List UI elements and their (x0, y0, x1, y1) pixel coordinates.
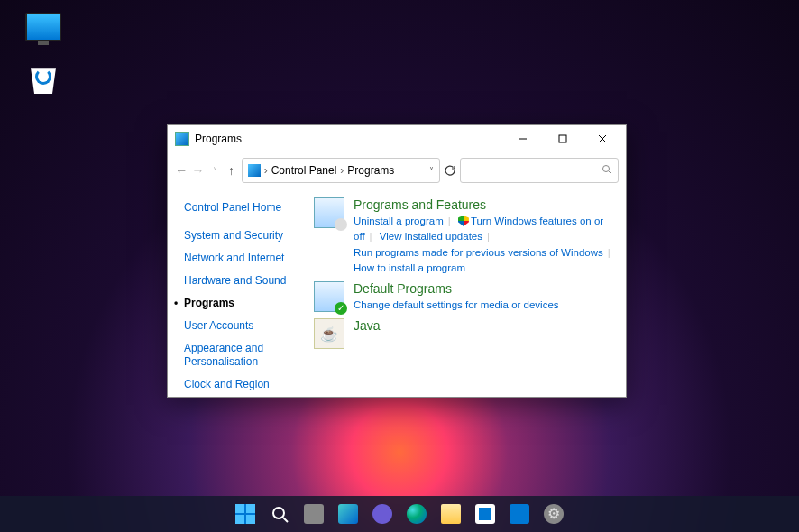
up-button[interactable]: ↑ (225, 158, 237, 183)
chevron-down-icon[interactable]: ˅ (429, 166, 434, 176)
content-area: Programs and Features Uninstall a progra… (303, 188, 626, 397)
java-icon (314, 318, 344, 349)
taskbar-search[interactable] (263, 498, 296, 530)
gear-icon (544, 504, 564, 524)
taskbar-chat[interactable] (366, 498, 399, 530)
section-heading[interactable]: Default Programs (354, 281, 615, 296)
search-input[interactable] (466, 164, 602, 177)
shield-icon (458, 216, 469, 226)
recycle-bin-icon (25, 65, 61, 94)
taskbar-task-view[interactable] (298, 498, 330, 530)
chevron-right-icon: › (340, 164, 344, 177)
maximize-button[interactable] (543, 125, 583, 152)
link-uninstall-program[interactable]: Uninstall a program (354, 216, 444, 226)
desktop-icon-recycle-bin[interactable] (16, 65, 70, 96)
section-default-programs: Default Programs Change default settings… (314, 281, 615, 313)
link-compatibility[interactable]: Run programs made for previous versions … (354, 247, 603, 258)
search-box[interactable] (460, 158, 619, 183)
section-java: Java (314, 318, 615, 349)
taskbar-mail[interactable] (503, 498, 536, 530)
desktop-icon-this-pc[interactable] (16, 13, 70, 43)
edge-icon (407, 504, 427, 524)
sidebar-item-system-security[interactable]: System and Security (184, 229, 303, 243)
section-links: Uninstall a program| Turn Windows featur… (354, 214, 615, 276)
chevron-right-icon: › (264, 164, 268, 177)
section-programs-features: Programs and Features Uninstall a progra… (314, 197, 615, 276)
store-icon (475, 504, 495, 524)
widgets-icon (338, 504, 358, 524)
close-button[interactable] (583, 125, 622, 152)
taskbar-explorer[interactable] (435, 498, 467, 530)
minimize-button[interactable] (503, 125, 543, 152)
section-heading[interactable]: Programs and Features (354, 197, 615, 212)
back-button[interactable]: ← (175, 158, 188, 183)
sidebar-home[interactable]: Control Panel Home (184, 201, 303, 215)
taskbar-start[interactable] (229, 498, 262, 530)
folder-icon (441, 504, 461, 524)
breadcrumb[interactable]: Control Panel (271, 164, 337, 177)
toolbar: ← → ˅ ↑ › Control Panel › Programs ˅ (168, 152, 626, 188)
default-programs-icon (314, 281, 344, 312)
taskbar (0, 496, 799, 532)
chat-icon (372, 504, 392, 524)
sidebar-item-user-accounts[interactable]: User Accounts (184, 319, 303, 333)
address-bar[interactable]: › Control Panel › Programs ˅ (242, 158, 440, 183)
window-title: Programs (195, 133, 242, 145)
sidebar-item-programs[interactable]: Programs (184, 297, 303, 310)
sidebar-item-appearance[interactable]: Appearance and Personalisation (184, 342, 303, 369)
sidebar: Control Panel Home System and Security N… (168, 188, 303, 397)
section-heading[interactable]: Java (354, 318, 615, 333)
sidebar-item-clock-region[interactable]: Clock and Region (184, 378, 303, 391)
control-panel-icon (175, 132, 189, 146)
taskbar-store[interactable] (469, 498, 501, 530)
search-icon (270, 504, 289, 524)
section-links: Change default settings for media or dev… (354, 298, 615, 313)
mail-icon (510, 504, 529, 524)
search-icon (602, 164, 612, 178)
monitor-icon (25, 13, 61, 41)
start-icon (235, 504, 255, 524)
link-installed-updates[interactable]: View installed updates (380, 231, 482, 242)
titlebar: Programs (168, 125, 626, 152)
svg-point-6 (273, 508, 284, 518)
task-view-icon (304, 504, 324, 524)
recent-button[interactable]: ˅ (208, 158, 221, 183)
taskbar-settings[interactable] (537, 498, 570, 530)
forward-button[interactable]: → (191, 158, 204, 183)
svg-line-7 (283, 518, 288, 522)
link-how-install[interactable]: How to install a program (354, 262, 465, 273)
taskbar-edge[interactable] (400, 498, 433, 530)
control-panel-icon (248, 164, 261, 177)
svg-rect-1 (559, 135, 566, 142)
sidebar-item-network-internet[interactable]: Network and Internet (184, 252, 303, 265)
svg-line-5 (609, 171, 611, 174)
sidebar-item-hardware-sound[interactable]: Hardware and Sound (184, 274, 303, 288)
breadcrumb[interactable]: Programs (347, 164, 394, 177)
programs-features-icon (314, 197, 344, 228)
refresh-button[interactable] (444, 158, 456, 183)
link-change-defaults[interactable]: Change default settings for media or dev… (354, 299, 559, 310)
taskbar-widgets[interactable] (332, 498, 364, 530)
svg-point-4 (603, 165, 610, 171)
control-panel-window: Programs ← → ˅ ↑ › Control Panel › Progr… (167, 124, 627, 398)
